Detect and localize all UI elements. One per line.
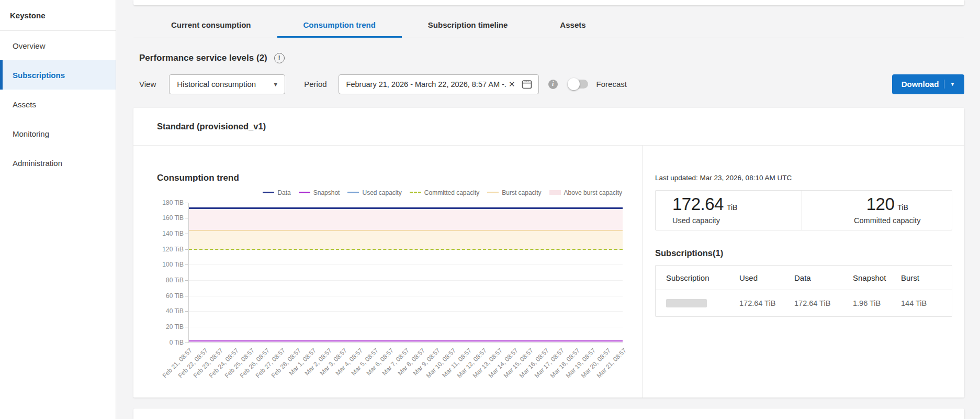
tab-bar: Current consumption Consumption trend Su… xyxy=(133,15,964,38)
legend-swatch xyxy=(299,192,310,193)
card-body: Consumption trend DataSnapshotUsed capac… xyxy=(133,146,964,398)
download-button[interactable]: Download ▼ xyxy=(892,74,964,94)
y-axis-tick xyxy=(185,203,188,203)
y-axis-label: 80 TiB xyxy=(166,277,184,284)
y-axis-label: 140 TiB xyxy=(162,230,184,237)
period-value: February 21, 2026 - March 22, 2026, 8:57… xyxy=(346,80,506,89)
legend-label: Committed capacity xyxy=(424,189,479,196)
y-axis-tick xyxy=(185,264,188,265)
y-axis-tick xyxy=(185,249,188,250)
summary-panel: Last updated: Mar 23, 2026, 08:10 AM UTC… xyxy=(643,146,964,398)
col-used: Used xyxy=(729,266,784,290)
col-data: Data xyxy=(784,266,842,290)
alert-info-icon[interactable]: ! xyxy=(274,53,285,63)
data-cell: 172.64 TiB xyxy=(784,290,842,316)
legend-swatch xyxy=(410,192,421,193)
calendar-icon[interactable] xyxy=(522,79,532,89)
y-axis-tick xyxy=(185,296,188,296)
committed-capacity-unit: TiB xyxy=(897,203,908,212)
main-content: Current consumption Consumption trend Su… xyxy=(116,0,980,419)
gridline xyxy=(189,327,623,327)
view-select-value: Historical consumption xyxy=(177,80,256,89)
view-label: View xyxy=(139,80,156,89)
burst-capacity-line xyxy=(189,230,623,231)
y-axis-tick xyxy=(185,280,188,281)
page-title: Performance service levels (2) xyxy=(139,53,267,63)
legend-label: Above burst capacity xyxy=(564,189,622,196)
service-level-title: Standard (provisioned_v1) xyxy=(133,108,964,146)
view-select[interactable]: Historical consumption ▼ xyxy=(169,74,285,94)
y-axis-tick xyxy=(185,218,188,218)
sidebar-item-administration[interactable]: Administration xyxy=(0,148,116,178)
gridline xyxy=(189,311,623,312)
forecast-label: Forecast xyxy=(596,80,627,89)
y-axis-label: 180 TiB xyxy=(162,199,184,206)
table-row: 172.64 TiB 172.64 TiB 1.96 TiB 144 TiB xyxy=(656,290,952,316)
legend-label: Snapshot xyxy=(313,189,340,196)
tab-current-consumption[interactable]: Current consumption xyxy=(145,15,277,38)
forecast-toggle[interactable] xyxy=(568,80,588,89)
y-axis-tick xyxy=(185,343,188,343)
button-divider xyxy=(944,80,944,89)
y-axis-label: 100 TiB xyxy=(162,261,184,268)
sidebar-item-overview[interactable]: Overview xyxy=(0,31,116,60)
used-capacity-value: 172.64 xyxy=(672,194,724,214)
y-axis-label: 120 TiB xyxy=(162,246,184,253)
download-caret-icon[interactable]: ▼ xyxy=(950,81,955,87)
committed-capacity-label: Committed capacity xyxy=(823,216,952,225)
legend-item-data: Data xyxy=(263,189,290,196)
col-snapshot: Snapshot xyxy=(842,266,891,290)
y-axis-label: 20 TiB xyxy=(166,323,184,330)
legend-item-above-burst-capacity: Above burst capacity xyxy=(549,189,622,196)
legend-label: Burst capacity xyxy=(502,189,541,196)
subscriptions-table: Subscription Used Data Snapshot Burst xyxy=(656,266,952,316)
sidebar-item-monitoring[interactable]: Monitoring xyxy=(0,119,116,148)
chart-title: Consumption trend xyxy=(157,173,622,183)
plot-area: 0 TiB20 TiB40 TiB60 TiB80 TiB100 TiB120 … xyxy=(188,203,623,343)
legend-label: Used capacity xyxy=(362,189,401,196)
legend-swatch xyxy=(549,190,561,195)
chevron-down-icon: ▼ xyxy=(273,81,278,87)
tab-consumption-trend[interactable]: Consumption trend xyxy=(277,15,402,38)
legend-swatch xyxy=(263,192,274,193)
clear-icon[interactable]: ✕ xyxy=(506,80,517,89)
snapshot-cell: 1.96 TiB xyxy=(842,290,891,316)
committed-capacity-line xyxy=(189,249,623,250)
above-burst-zone-band xyxy=(189,208,623,230)
tab-subscription-timeline[interactable]: Subscription timeline xyxy=(402,15,534,38)
tab-assets[interactable]: Assets xyxy=(534,15,612,38)
snapshot-line xyxy=(189,340,623,342)
used-capacity-label: Used capacity xyxy=(672,216,802,225)
capacity-stats-card: 172.64TiB Used capacity 120TiB Committed… xyxy=(655,190,952,230)
keystone-subscriptions-page: Keystone Overview Subscriptions Assets M… xyxy=(0,0,980,419)
subscription-name-cell xyxy=(656,290,729,316)
subscriptions-title: Subscriptions(1) xyxy=(655,248,952,258)
last-updated-text: Last updated: Mar 23, 2026, 08:10 AM UTC xyxy=(655,174,952,182)
y-axis-tick xyxy=(185,311,188,312)
download-label: Download xyxy=(902,80,939,89)
legend-item-committed-capacity: Committed capacity xyxy=(410,189,479,196)
gridline xyxy=(189,264,623,265)
next-card-edge xyxy=(133,409,964,419)
table-header-row: Subscription Used Data Snapshot Burst xyxy=(656,266,952,290)
burst-cell: 144 TiB xyxy=(891,290,952,316)
sidebar-nav: Overview Subscriptions Assets Monitoring… xyxy=(0,31,116,178)
subscriptions-table-card: Subscription Used Data Snapshot Burst xyxy=(655,265,952,317)
y-axis-label: 0 TiB xyxy=(170,339,184,346)
legend-swatch xyxy=(487,192,499,193)
legend-label: Data xyxy=(277,189,290,196)
y-axis-label: 160 TiB xyxy=(162,214,184,222)
sidebar-item-assets[interactable]: Assets xyxy=(0,90,116,119)
toggle-knob xyxy=(568,78,580,90)
period-input[interactable]: February 21, 2026 - March 22, 2026, 8:57… xyxy=(339,74,539,94)
y-axis-tick xyxy=(185,234,188,234)
sidebar-brand: Keystone xyxy=(0,0,116,31)
used-capacity-unit: TiB xyxy=(727,203,737,212)
y-axis-label: 40 TiB xyxy=(166,307,184,315)
gridline xyxy=(189,280,623,281)
period-info-icon[interactable]: i xyxy=(548,80,558,89)
sidebar-item-subscriptions[interactable]: Subscriptions xyxy=(0,60,116,90)
toolbar: View Historical consumption ▼ Period Feb… xyxy=(139,74,964,94)
redacted-subscription-name xyxy=(666,299,707,307)
legend-item-used-capacity: Used capacity xyxy=(347,189,401,196)
